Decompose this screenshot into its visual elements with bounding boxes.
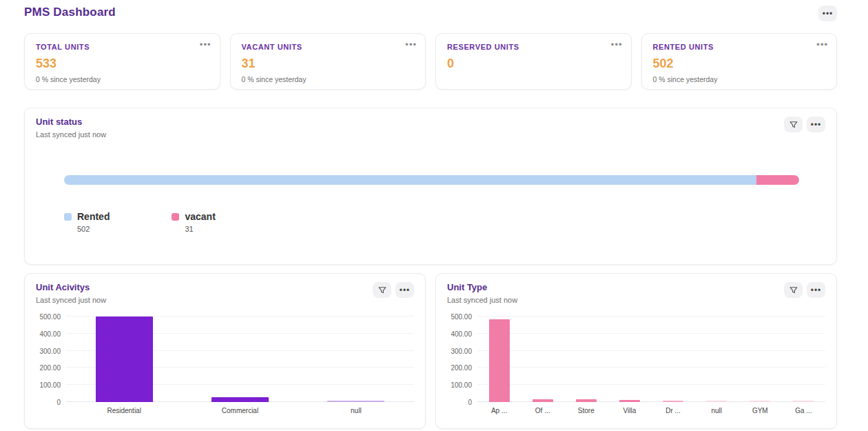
stat-label: RENTED UNITS — [653, 43, 826, 51]
stat-label: RESERVED UNITS — [447, 43, 620, 51]
y-axis: 0100.00200.00300.00400.00500.00 — [36, 317, 66, 402]
stat-value: 502 — [653, 57, 826, 71]
card-actions: ••• — [784, 282, 825, 298]
bar-of[interactable] — [533, 399, 553, 402]
bar-cell — [782, 317, 825, 402]
ellipsis-icon: ••• — [200, 39, 211, 50]
card-title: Unit status — [36, 117, 106, 127]
stat-value: 533 — [36, 57, 209, 71]
ellipsis-icon: ••• — [823, 10, 834, 18]
stat-delta: 0 % since yesterday — [653, 75, 826, 83]
filter-button[interactable] — [784, 282, 803, 298]
charts-row: Unit Acivitys Last synced just now ••• — [24, 273, 837, 429]
ellipsis-icon: ••• — [811, 286, 822, 294]
x-tick-label: Store — [564, 407, 608, 414]
bar-null[interactable] — [706, 401, 727, 402]
x-tick-label: null — [695, 407, 738, 414]
chart-titles: Unit Acivitys Last synced just now — [36, 282, 106, 304]
y-tick-label: 100.00 — [39, 381, 61, 389]
bar-ap[interactable] — [489, 319, 510, 402]
stat-label: VACANT UNITS — [242, 43, 415, 51]
bar-residential[interactable] — [96, 317, 153, 402]
stat-menu-button[interactable]: ••• — [611, 39, 623, 50]
page-menu-button[interactable]: ••• — [818, 6, 837, 21]
y-tick-label: 0 — [468, 399, 472, 406]
status-segment-vacant[interactable] — [756, 175, 799, 185]
y-tick-label: 500.00 — [39, 313, 61, 321]
legend-item-vacant[interactable]: vacant 31 — [172, 211, 215, 233]
x-axis: Ap ...Of ...StoreVillaDr ...nullGYMGa ..… — [477, 407, 825, 414]
bar-gym[interactable] — [750, 401, 770, 402]
legend-text: vacant 31 — [185, 211, 215, 233]
card-menu-button[interactable]: ••• — [807, 282, 825, 298]
card-subtitle: Last synced just now — [447, 296, 517, 304]
y-axis: 0100.00200.00300.00400.00500.00 — [447, 317, 477, 402]
y-tick-label: 0 — [56, 399, 61, 406]
x-axis: ResidentialCommercialnull — [66, 407, 414, 414]
bar-cell — [738, 317, 782, 402]
stat-value: 0 — [447, 57, 620, 71]
filter-funnel-icon — [789, 120, 798, 130]
ellipsis-icon: ••• — [816, 39, 828, 50]
bar-chart-unit-activitys: 0100.00200.00300.00400.00500.00 Resident… — [36, 317, 414, 414]
filter-funnel-icon — [378, 285, 387, 295]
bar-cell — [652, 317, 695, 402]
bar-chart-unit-type: 0100.00200.00300.00400.00500.00 Ap ...Of… — [447, 317, 825, 414]
stat-card-reserved-units: RESERVED UNITS ••• 0 — [435, 33, 632, 90]
stats-row: TOTAL UNITS ••• 533 0 % since yesterday … — [24, 33, 837, 90]
legend-label: vacant — [185, 211, 215, 222]
bar-villa[interactable] — [619, 400, 640, 402]
bar-store[interactable] — [576, 399, 597, 402]
filter-button[interactable] — [373, 282, 391, 298]
legend-item-rented[interactable]: Rented 502 — [64, 211, 110, 233]
unit-activitys-card: Unit Acivitys Last synced just now ••• — [24, 273, 426, 429]
x-tick-label: Ga ... — [782, 407, 825, 414]
x-tick-label: Dr ... — [652, 407, 695, 414]
plot-area — [477, 317, 825, 402]
stat-card-rented-units: RENTED UNITS ••• 502 0 % since yesterday — [641, 33, 838, 90]
bar-commercial[interactable] — [211, 397, 269, 402]
bar-cell — [695, 317, 738, 402]
card-subtitle: Last synced just now — [36, 130, 106, 139]
legend-text: Rented 502 — [77, 211, 110, 233]
x-tick-label: Villa — [608, 407, 651, 414]
x-tick-label: Of ... — [521, 407, 564, 414]
unit-status-legend: Rented 502 vacant 31 — [64, 211, 825, 233]
page-header: PMS Dashboard ••• — [24, 6, 837, 28]
bar-ga[interactable] — [793, 401, 814, 402]
stat-value: 31 — [242, 57, 415, 71]
card-actions: ••• — [373, 282, 414, 298]
filter-button[interactable] — [784, 117, 803, 132]
stat-label: TOTAL UNITS — [36, 43, 209, 51]
bar-dr[interactable] — [663, 401, 683, 402]
card-subtitle: Last synced just now — [36, 296, 106, 304]
unit-type-card: Unit Type Last synced just now ••• — [435, 273, 837, 429]
y-tick-label: 100.00 — [451, 381, 472, 389]
y-tick-label: 400.00 — [451, 330, 472, 338]
ellipsis-icon: ••• — [611, 39, 623, 50]
y-tick-label: 200.00 — [39, 364, 61, 372]
y-tick-label: 400.00 — [39, 330, 61, 338]
ellipsis-icon: ••• — [405, 39, 417, 50]
bar-cell — [477, 317, 521, 402]
stat-menu-button[interactable]: ••• — [200, 39, 211, 50]
bar-cell — [521, 317, 564, 402]
stat-card-vacant-units: VACANT UNITS ••• 31 0 % since yesterday — [230, 33, 426, 90]
bar-cell — [564, 317, 608, 402]
stat-menu-button[interactable]: ••• — [405, 39, 417, 50]
legend-value: 31 — [185, 225, 215, 233]
chart-header: Unit Acivitys Last synced just now ••• — [36, 282, 414, 304]
card-menu-button[interactable]: ••• — [807, 117, 825, 132]
card-menu-button[interactable]: ••• — [395, 282, 414, 298]
bar-null[interactable] — [327, 401, 384, 402]
x-tick-label: Ap ... — [477, 407, 521, 414]
unit-status-header: Unit status Last synced just now ••• — [36, 117, 825, 139]
bar-cell — [182, 317, 298, 402]
status-segment-rented[interactable] — [64, 175, 756, 185]
vacant-swatch — [172, 213, 179, 221]
chart-titles: Unit Type Last synced just now — [447, 282, 517, 304]
filter-funnel-icon — [789, 285, 798, 295]
bar-cell — [298, 317, 414, 402]
bar-cell — [66, 317, 182, 402]
stat-menu-button[interactable]: ••• — [816, 39, 828, 50]
